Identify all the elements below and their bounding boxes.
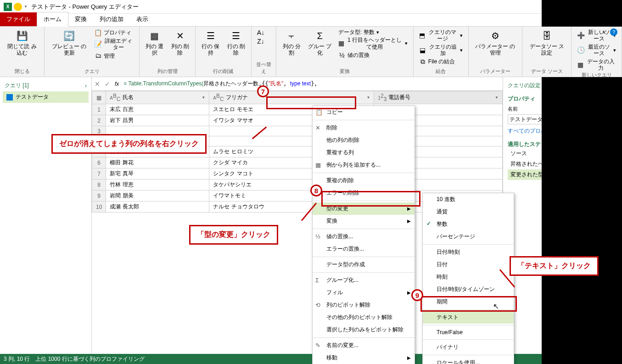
remove-columns-button[interactable]: ✕列の 削除 bbox=[169, 28, 191, 57]
type-time[interactable]: 時刻 bbox=[423, 271, 514, 283]
parameters-button[interactable]: ⚙パラメーター の管理 bbox=[472, 28, 518, 57]
filter-icon[interactable]: ▼ bbox=[495, 95, 499, 100]
ribbon: ᐱ ? 💾閉じて読 み込む 閉じる 🔄プレビュー の更新 📋プロパティ 📝詳細エ… bbox=[0, 27, 622, 77]
cell-name[interactable]: 成瀬 長太郎 bbox=[106, 202, 209, 213]
ctx-unpivot-selected[interactable]: 選択した列のみをピボット解除 bbox=[313, 324, 415, 336]
tab-file[interactable]: ファイル bbox=[0, 12, 37, 26]
corner-cell[interactable]: ▦ bbox=[92, 91, 106, 104]
ctx-copy[interactable]: 📋コピー bbox=[313, 106, 415, 118]
table-row[interactable]: 7新宅 真琴シンタク マコト bbox=[92, 168, 503, 179]
header-icon: ▦ bbox=[338, 40, 344, 47]
type-integer[interactable]: 整数 bbox=[423, 218, 514, 230]
confirm-formula-icon[interactable]: ✓ bbox=[105, 80, 110, 88]
close-load-button[interactable]: 💾閉じて読 み込む bbox=[4, 28, 40, 57]
column-header-name[interactable]: ABC氏名▼ bbox=[106, 91, 209, 104]
type-duration[interactable]: 期間 bbox=[423, 296, 514, 308]
table-row[interactable]: 8竹林 理恵タケバヤシリエ bbox=[92, 179, 503, 190]
append-icon: ⬓ bbox=[419, 46, 426, 54]
replace-values-button[interactable]: ½値の置換 bbox=[336, 51, 409, 59]
qat-dropdown-icon[interactable]: ▼ bbox=[24, 5, 28, 9]
type-truefalse[interactable]: True/False bbox=[423, 327, 514, 338]
cancel-formula-icon[interactable]: ✕ bbox=[95, 80, 100, 88]
tab-addcolumn[interactable]: 列の追加 bbox=[93, 12, 130, 26]
ctx-replace-errors[interactable]: エラーの置換... bbox=[313, 243, 415, 255]
type-percent[interactable]: パーセンテージ bbox=[423, 230, 514, 243]
ctx-add-from-example[interactable]: ▦例から列を追加する... bbox=[313, 159, 415, 171]
append-queries-button[interactable]: ⬓クエリの追加 ▾ bbox=[417, 43, 465, 57]
cell-name[interactable]: 末広 百恵 bbox=[106, 104, 209, 115]
groupby-button[interactable]: Σグルー プ化 bbox=[306, 28, 334, 57]
datasource-settings-button[interactable]: 🗄データソー ス設定 bbox=[526, 28, 567, 57]
firstrow-header-button[interactable]: ▦1 行目をヘッダーとして使用 ▾ bbox=[336, 36, 409, 50]
tab-transform[interactable]: 変換 bbox=[68, 12, 93, 26]
type-decimal[interactable]: 10 進数 bbox=[423, 193, 514, 206]
merge-queries-button[interactable]: ⬒クエリのマージ ▾ bbox=[417, 28, 465, 43]
rename-icon: ✎ bbox=[315, 342, 320, 349]
row-number: 8 bbox=[92, 179, 106, 190]
table-row[interactable]: 1末広 百恵スエヒロ モモエ bbox=[92, 104, 503, 115]
ctx-unpivot-other[interactable]: その他の列のピボット解除 bbox=[313, 311, 415, 324]
ctx-groupby[interactable]: Σグループ化... bbox=[313, 274, 415, 286]
remove-rows-button[interactable]: ☰行の 削除 bbox=[224, 28, 247, 57]
choose-columns-button[interactable]: ▦列の 選択 bbox=[143, 28, 166, 57]
tab-home[interactable]: ホーム bbox=[37, 12, 68, 27]
properties-button[interactable]: 📋プロパティ bbox=[93, 28, 135, 37]
datatype-button[interactable]: データ型: 整数 ▾ bbox=[336, 28, 409, 36]
ctx-remove-errors[interactable]: エラーの削除 bbox=[313, 187, 415, 199]
filter-icon[interactable]: ▼ bbox=[367, 95, 370, 100]
refresh-preview-button[interactable]: 🔄プレビュー の更新 bbox=[48, 28, 90, 57]
ctx-replace-values[interactable]: ½値の置換... bbox=[313, 230, 415, 243]
combine-files-button[interactable]: ⧉File の結合 bbox=[417, 58, 465, 66]
sort-asc-button[interactable]: A↓ bbox=[255, 28, 266, 37]
annotation-number-8: 8 bbox=[310, 185, 322, 196]
tab-view[interactable]: 表示 bbox=[130, 12, 155, 26]
cell-name[interactable]: 岩間 朋美 bbox=[106, 190, 209, 202]
table-row[interactable]: 6櫛田 舞花クシダ マイカ bbox=[92, 157, 503, 168]
type-locale[interactable]: ロケールを使用... bbox=[423, 357, 514, 364]
ctx-transform[interactable]: 変換▶ bbox=[313, 215, 415, 227]
help-icon[interactable]: ? bbox=[610, 28, 617, 36]
ctx-delete-other[interactable]: 他の列の削除 bbox=[313, 134, 415, 146]
manage-button[interactable]: 🗂管理 bbox=[93, 52, 135, 60]
cell-name[interactable]: 岩下 昌男 bbox=[106, 115, 209, 126]
type-datetime[interactable]: 日付/時刻 bbox=[423, 246, 514, 258]
enter-data-button[interactable]: ▦データの入力 bbox=[575, 58, 618, 72]
ctx-delete[interactable]: ✕削除 bbox=[313, 122, 415, 134]
ctx-duplicate[interactable]: 重複する列 bbox=[313, 146, 415, 159]
advanced-editor-button[interactable]: 📝詳細エディター bbox=[93, 37, 135, 51]
cell-name[interactable]: 新宅 真琴 bbox=[106, 168, 209, 179]
column-header-phone[interactable]: 123電話番号▼ bbox=[374, 91, 503, 104]
table-row[interactable]: 2岩下 昌男イワシタ マサオ bbox=[92, 115, 503, 126]
ctx-fill[interactable]: フィル▶ bbox=[313, 286, 415, 299]
ctx-remove-duplicates[interactable]: 重複の削除 bbox=[313, 174, 415, 187]
row-number: 7 bbox=[92, 168, 106, 179]
ds-icon: 🗄 bbox=[540, 29, 553, 42]
filter-icon[interactable]: ▼ bbox=[202, 95, 205, 100]
type-dtz[interactable]: 日付/時刻/タイムゾーン bbox=[423, 283, 514, 296]
ctx-unpivot[interactable]: ⟲列のピボット解除 bbox=[313, 299, 415, 311]
ctx-change-type[interactable]: 型の変更▶ bbox=[313, 202, 415, 215]
split-column-button[interactable]: ⫟列の 分割 bbox=[280, 28, 303, 57]
query-item[interactable]: テストデータ bbox=[3, 91, 89, 103]
type-binary[interactable]: バイナリ bbox=[423, 341, 514, 353]
recent-sources-button[interactable]: 🕓最近のソース ▾ bbox=[575, 43, 618, 57]
collapse-ribbon-icon[interactable]: ᐱ bbox=[602, 30, 605, 35]
submenu-arrow-icon: ▶ bbox=[407, 218, 411, 224]
cell-name[interactable]: 竹林 理恵 bbox=[106, 179, 209, 190]
choose-cols-icon: ▦ bbox=[148, 29, 161, 42]
context-menu: 📋コピー ✕削除 他の列の削除 重複する列 ▦例から列を追加する... 重複の削… bbox=[312, 106, 415, 364]
cell-name[interactable]: 櫛田 舞花 bbox=[106, 157, 209, 168]
column-header-furigana[interactable]: ABCフリガナ▼ bbox=[209, 91, 374, 104]
ctx-move[interactable]: 移動▶ bbox=[313, 352, 415, 364]
formula-text[interactable]: = Table.TransformColumnTypes(昇格されたヘッダー数,… bbox=[123, 80, 317, 88]
type-text[interactable]: テキスト bbox=[423, 311, 514, 324]
collapse-queries-icon[interactable]: ‹ bbox=[85, 83, 87, 89]
type-text-icon: ABC bbox=[213, 93, 224, 102]
ctx-create-datatype[interactable]: データ型の作成 bbox=[313, 258, 415, 271]
sort-desc-button[interactable]: Z↓ bbox=[255, 37, 266, 45]
settings-title: クエリの設定 bbox=[508, 82, 541, 90]
keep-rows-button[interactable]: ☰行の 保持 bbox=[199, 28, 222, 57]
ctx-rename[interactable]: ✎名前の変更... bbox=[313, 339, 415, 352]
type-currency[interactable]: 通貨 bbox=[423, 206, 514, 218]
fx-icon[interactable]: fx bbox=[115, 81, 119, 87]
